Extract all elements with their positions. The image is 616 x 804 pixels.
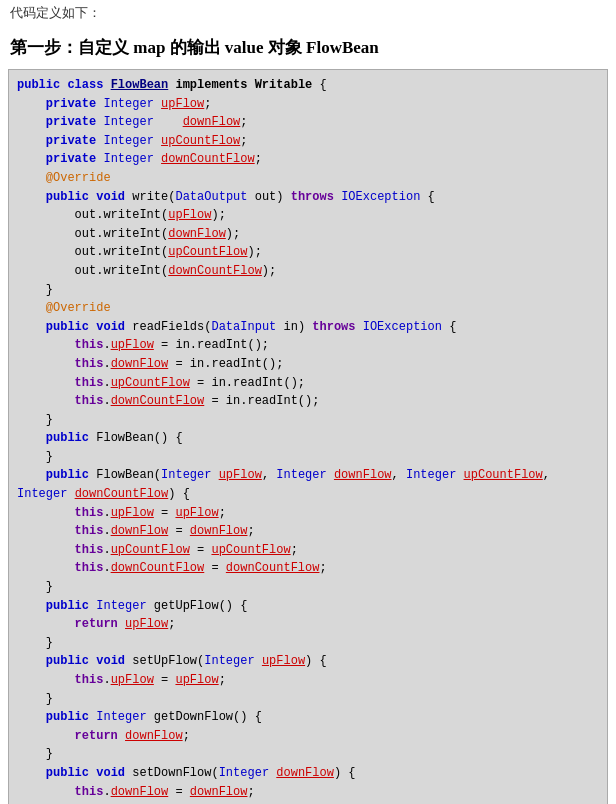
intro-text: 代码定义如下： bbox=[0, 0, 616, 28]
code-block: public class FlowBean implements Writabl… bbox=[8, 69, 608, 804]
step-heading: 第一步：自定义 map 的输出 value 对象 FlowBean bbox=[0, 28, 616, 69]
